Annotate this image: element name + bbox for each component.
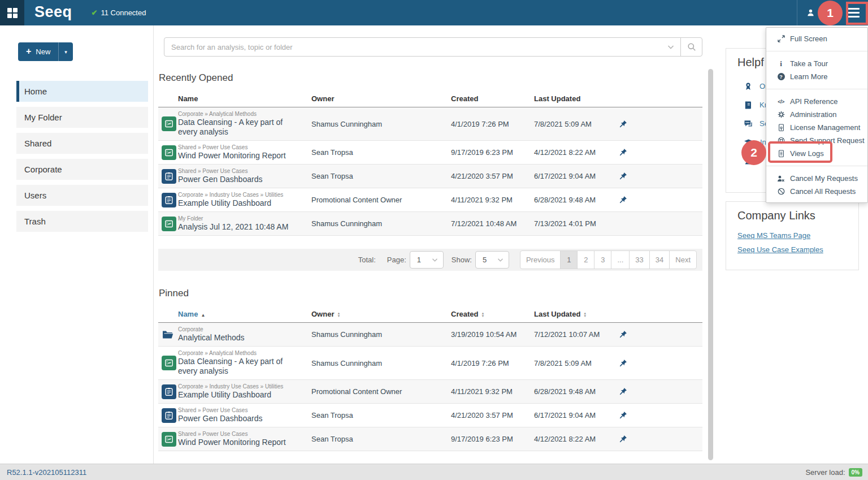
scrollbar-thumb[interactable]	[708, 69, 713, 460]
pinned-table: Name▲ Owner▲▼ Created▲▼ Last Updated▲▼ C…	[158, 306, 702, 451]
item-name[interactable]: Data Cleansing - A key part of every ana…	[178, 118, 303, 137]
item-path[interactable]: My Folder	[178, 215, 303, 222]
sidebar-item-shared[interactable]: Shared	[16, 133, 148, 154]
column-sort-owner[interactable]: Owner	[311, 310, 334, 318]
page-select[interactable]: 1	[410, 251, 444, 269]
sort-icon: ▲▼	[583, 312, 587, 318]
menu-item-cancel-all-requests[interactable]: Cancel All Requests	[766, 185, 867, 198]
item-name[interactable]: Power Gen Dashboards	[178, 175, 303, 184]
app-grid-button[interactable]	[0, 0, 24, 25]
table-row[interactable]: Corporate » Industry Use Cases » Utiliti…	[158, 188, 702, 212]
item-path[interactable]: Corporate » Industry Use Cases » Utiliti…	[178, 192, 303, 198]
ribbon-icon	[744, 82, 753, 91]
menu-item-administration[interactable]: Administration	[766, 108, 867, 121]
pin-icon[interactable]	[619, 172, 627, 180]
item-path[interactable]: Corporate » Analytical Methods	[178, 350, 303, 356]
new-button-caret[interactable]: ▾	[58, 42, 73, 61]
item-path[interactable]: Shared » Power Use Cases	[178, 407, 303, 413]
table-row[interactable]: Shared » Power Use CasesPower Gen Dashbo…	[158, 165, 702, 188]
item-name[interactable]: Analytical Methods	[178, 333, 303, 343]
page-button-3[interactable]: 3	[594, 250, 611, 269]
sidebar-item-corporate[interactable]: Corporate	[16, 159, 148, 180]
sidebar-item-users[interactable]: Users	[16, 185, 148, 206]
sidebar-item-home[interactable]: Home	[16, 81, 148, 102]
menu-divider	[766, 166, 867, 166]
item-path[interactable]: Shared » Power Use Cases	[178, 144, 303, 150]
item-path[interactable]: Corporate » Analytical Methods	[178, 111, 303, 117]
pin-icon[interactable]	[619, 411, 627, 420]
page-button-33[interactable]: 33	[629, 250, 649, 269]
folder-icon	[162, 330, 174, 340]
page-button-ellipsis[interactable]: ...	[611, 250, 630, 269]
table-row[interactable]: Corporate » Analytical MethodsData Clean…	[158, 107, 702, 141]
pin-icon[interactable]	[619, 387, 627, 396]
column-sort-updated[interactable]: Last Updated	[534, 310, 580, 318]
item-name[interactable]: Power Gen Dashboards	[178, 414, 303, 423]
new-button[interactable]: + New ▾	[18, 42, 73, 61]
company-link-teams[interactable]: Seeq MS Teams Page	[737, 231, 858, 240]
pin-icon[interactable]	[619, 435, 627, 443]
pin-icon[interactable]	[619, 330, 627, 339]
item-name[interactable]: Wind Power Monitoring Report	[178, 438, 303, 447]
table-row[interactable]: Corporate » Industry Use Cases » Utiliti…	[158, 380, 702, 404]
table-row[interactable]: Shared » Power Use CasesWind Power Monit…	[158, 427, 702, 451]
connected-label: 11 Connected	[101, 8, 146, 17]
analysis-icon	[162, 432, 176, 447]
next-page-button[interactable]: Next	[669, 250, 697, 269]
item-path[interactable]: Corporate » Industry Use Cases » Utiliti…	[178, 383, 303, 390]
item-name[interactable]: Example Utility Dashboard	[178, 198, 303, 208]
item-name[interactable]: Data Cleansing - A key part of every ana…	[178, 357, 303, 376]
total-label: Total:	[358, 256, 376, 264]
item-path[interactable]: Shared » Power Use Cases	[178, 168, 303, 174]
topic-icon	[162, 408, 176, 423]
search-options-toggle[interactable]	[667, 45, 674, 50]
chevron-down-icon	[497, 258, 504, 262]
pin-icon[interactable]	[619, 196, 627, 204]
item-path[interactable]: Shared » Power Use Cases	[178, 431, 303, 437]
item-name[interactable]: Analysis Jul 12, 2021 10:48 AM	[178, 222, 303, 232]
top-navbar: Seeq ✔ 11 Connected Sha	[0, 0, 868, 25]
item-created: 7/12/2021 10:48 AM	[451, 219, 534, 228]
search-button[interactable]	[680, 38, 702, 56]
column-sort-created[interactable]: Created	[451, 310, 478, 318]
page-label: Page:	[387, 256, 406, 264]
server-load-label: Server load:	[805, 468, 845, 477]
menu-item-api-reference[interactable]: </> API Reference	[766, 95, 867, 108]
sidebar-item-my-folder[interactable]: My Folder	[16, 107, 148, 128]
menu-item-cancel-my-requests[interactable]: Cancel My Requests	[766, 172, 867, 185]
table-row[interactable]: Shared » Power Use CasesWind Power Monit…	[158, 141, 702, 165]
menu-item-full-screen[interactable]: Full Screen	[766, 32, 867, 45]
seeq-logo[interactable]: Seeq	[34, 3, 72, 21]
menu-item-license-management[interactable]: License Management	[766, 121, 867, 134]
company-link-use-cases[interactable]: Seeq Use Case Examples	[737, 245, 858, 254]
user-icon	[806, 8, 815, 17]
pin-icon[interactable]	[619, 148, 627, 157]
hamburger-dropdown-menu: Full Screen i Take a Tour ? Learn More <…	[766, 27, 868, 203]
previous-page-button[interactable]: Previous	[520, 250, 561, 269]
column-sort-name[interactable]: Name	[178, 310, 198, 318]
table-row[interactable]: CorporateAnalytical Methods Shamus Cunni…	[158, 323, 702, 347]
page-button-34[interactable]: 34	[649, 250, 670, 269]
item-path[interactable]: Corporate	[178, 326, 303, 332]
item-name[interactable]: Example Utility Dashboard	[178, 390, 303, 400]
new-button-main[interactable]: + New	[18, 42, 58, 61]
page-button-2[interactable]: 2	[577, 250, 594, 269]
pin-icon[interactable]	[619, 120, 627, 128]
item-created: 9/17/2019 6:23 PM	[451, 435, 534, 443]
sort-icon: ▲▼	[337, 312, 340, 318]
search-input[interactable]	[164, 43, 667, 51]
menu-item-take-a-tour[interactable]: i Take a Tour	[766, 57, 867, 70]
item-created: 4/21/2020 3:57 PM	[451, 172, 534, 180]
item-name[interactable]: Wind Power Monitoring Report	[178, 151, 303, 161]
table-row[interactable]: Corporate » Analytical MethodsData Clean…	[158, 347, 702, 380]
column-last-updated: Last Updated	[534, 94, 615, 103]
menu-item-learn-more[interactable]: ? Learn More	[766, 70, 867, 83]
show-select[interactable]: 5	[475, 251, 509, 269]
sort-asc-icon: ▲	[201, 313, 205, 318]
sidebar-item-trash[interactable]: Trash	[16, 211, 148, 232]
pin-icon[interactable]	[619, 359, 627, 367]
page-button-1[interactable]: 1	[560, 250, 578, 269]
server-load-badge: 0%	[849, 468, 862, 477]
table-row[interactable]: Shared » Power Use CasesPower Gen Dashbo…	[158, 404, 702, 427]
table-row[interactable]: My FolderAnalysis Jul 12, 2021 10:48 AM …	[158, 212, 702, 236]
